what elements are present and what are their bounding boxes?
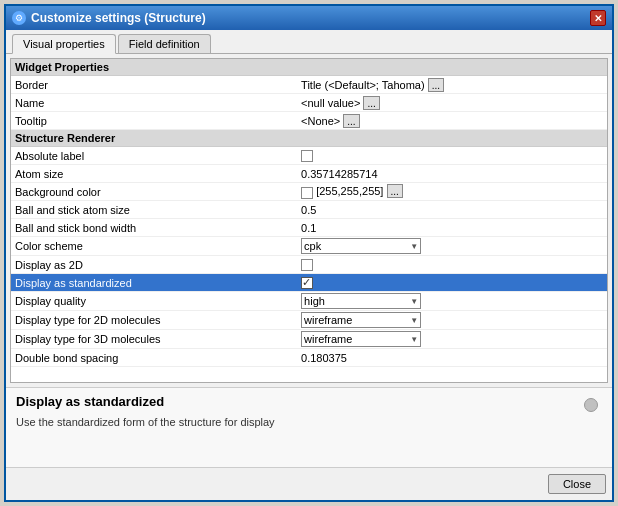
- row-ball-stick-bond[interactable]: Ball and stick bond width 0.1: [11, 219, 607, 237]
- row-border-label: Border: [11, 76, 297, 94]
- row-ball-stick-atom-value: 0.5: [297, 201, 607, 219]
- row-absolute-label-label: Absolute label: [11, 147, 297, 165]
- content-area: Widget Properties Border Title (<Default…: [6, 54, 612, 500]
- display-type-3d-select[interactable]: wireframe ▼: [301, 331, 421, 347]
- row-display-quality-value[interactable]: high ▼: [297, 292, 607, 311]
- row-ball-stick-bond-label: Ball and stick bond width: [11, 219, 297, 237]
- title-bar-left: ⚙ Customize settings (Structure): [12, 11, 206, 25]
- row-border[interactable]: Border Title (<Default>; Tahoma) ...: [11, 76, 607, 94]
- info-dot-icon: [584, 398, 598, 412]
- row-display-2d-label: Display as 2D: [11, 256, 297, 274]
- absolute-label-checkbox[interactable]: [301, 150, 313, 162]
- row-display-type-3d-label: Display type for 3D molecules: [11, 330, 297, 349]
- properties-table: Widget Properties Border Title (<Default…: [11, 59, 607, 367]
- display-type-3d-arrow: ▼: [410, 335, 418, 344]
- row-color-scheme-value[interactable]: cpk ▼: [297, 237, 607, 256]
- row-display-quality[interactable]: Display quality high ▼: [11, 292, 607, 311]
- title-bar: ⚙ Customize settings (Structure) ✕: [6, 6, 612, 30]
- row-bg-color-value: [255,255,255] ...: [297, 183, 607, 201]
- row-display-type-2d-value[interactable]: wireframe ▼: [297, 311, 607, 330]
- section-widget-properties: Widget Properties: [11, 59, 607, 76]
- settings-icon: ⚙: [12, 11, 26, 25]
- row-ball-stick-atom[interactable]: Ball and stick atom size 0.5: [11, 201, 607, 219]
- dialog: ⚙ Customize settings (Structure) ✕ Visua…: [4, 4, 614, 502]
- title-close-button[interactable]: ✕: [590, 10, 606, 26]
- bg-color-ellipsis-button[interactable]: ...: [387, 184, 403, 198]
- row-tooltip[interactable]: Tooltip <None> ...: [11, 112, 607, 130]
- row-absolute-label-value[interactable]: [297, 147, 607, 165]
- row-ball-stick-bond-value: 0.1: [297, 219, 607, 237]
- row-atom-size-value: 0.35714285714: [297, 165, 607, 183]
- row-name[interactable]: Name <null value> ...: [11, 94, 607, 112]
- bottom-info-panel: Display as standardized Use the standard…: [6, 387, 612, 467]
- color-scheme-select[interactable]: cpk ▼: [301, 238, 421, 254]
- tab-field-definition[interactable]: Field definition: [118, 34, 211, 53]
- display-type-2d-select[interactable]: wireframe ▼: [301, 312, 421, 328]
- display-type-2d-arrow: ▼: [410, 316, 418, 325]
- row-background-color[interactable]: Background color [255,255,255] ...: [11, 183, 607, 201]
- row-border-value: Title (<Default>; Tahoma) ...: [297, 76, 607, 94]
- border-ellipsis-button[interactable]: ...: [428, 78, 444, 92]
- row-display-standardized-value[interactable]: [297, 274, 607, 292]
- section-structure-renderer: Structure Renderer: [11, 130, 607, 147]
- properties-table-container[interactable]: Widget Properties Border Title (<Default…: [10, 58, 608, 383]
- row-color-scheme-label: Color scheme: [11, 237, 297, 256]
- display-2d-checkbox[interactable]: [301, 259, 313, 271]
- display-quality-select[interactable]: high ▼: [301, 293, 421, 309]
- dialog-title: Customize settings (Structure): [31, 11, 206, 25]
- tabs-bar: Visual properties Field definition: [6, 30, 612, 54]
- tab-visual-properties[interactable]: Visual properties: [12, 34, 116, 54]
- row-absolute-label[interactable]: Absolute label: [11, 147, 607, 165]
- row-double-bond-spacing[interactable]: Double bond spacing 0.180375: [11, 349, 607, 367]
- display-standardized-checkbox[interactable]: [301, 277, 313, 289]
- row-display-type-3d[interactable]: Display type for 3D molecules wireframe …: [11, 330, 607, 349]
- row-tooltip-label: Tooltip: [11, 112, 297, 130]
- row-tooltip-value: <None> ...: [297, 112, 607, 130]
- footer-bar: Close: [6, 467, 612, 500]
- row-atom-size-label: Atom size: [11, 165, 297, 183]
- properties-panel: Widget Properties Border Title (<Default…: [6, 54, 612, 387]
- row-name-label: Name: [11, 94, 297, 112]
- row-atom-size[interactable]: Atom size 0.35714285714: [11, 165, 607, 183]
- row-double-bond-value: 0.180375: [297, 349, 607, 367]
- row-display-standardized-label: Display as standardized: [11, 274, 297, 292]
- row-double-bond-label: Double bond spacing: [11, 349, 297, 367]
- row-display-standardized[interactable]: Display as standardized: [11, 274, 607, 292]
- tooltip-ellipsis-button[interactable]: ...: [343, 114, 359, 128]
- row-color-scheme[interactable]: Color scheme cpk ▼: [11, 237, 607, 256]
- row-display-type-2d[interactable]: Display type for 2D molecules wireframe …: [11, 311, 607, 330]
- color-scheme-arrow: ▼: [410, 242, 418, 251]
- bg-color-swatch: [301, 187, 313, 199]
- row-display-2d[interactable]: Display as 2D: [11, 256, 607, 274]
- row-ball-stick-atom-label: Ball and stick atom size: [11, 201, 297, 219]
- row-name-value: <null value> ...: [297, 94, 607, 112]
- info-title: Display as standardized: [16, 394, 164, 409]
- info-description: Use the standardized form of the structu…: [16, 416, 602, 428]
- name-ellipsis-button[interactable]: ...: [363, 96, 379, 110]
- row-display-quality-label: Display quality: [11, 292, 297, 311]
- close-button[interactable]: Close: [548, 474, 606, 494]
- row-display-type-3d-value[interactable]: wireframe ▼: [297, 330, 607, 349]
- display-quality-arrow: ▼: [410, 297, 418, 306]
- row-display-2d-value[interactable]: [297, 256, 607, 274]
- row-bg-color-label: Background color: [11, 183, 297, 201]
- row-display-type-2d-label: Display type for 2D molecules: [11, 311, 297, 330]
